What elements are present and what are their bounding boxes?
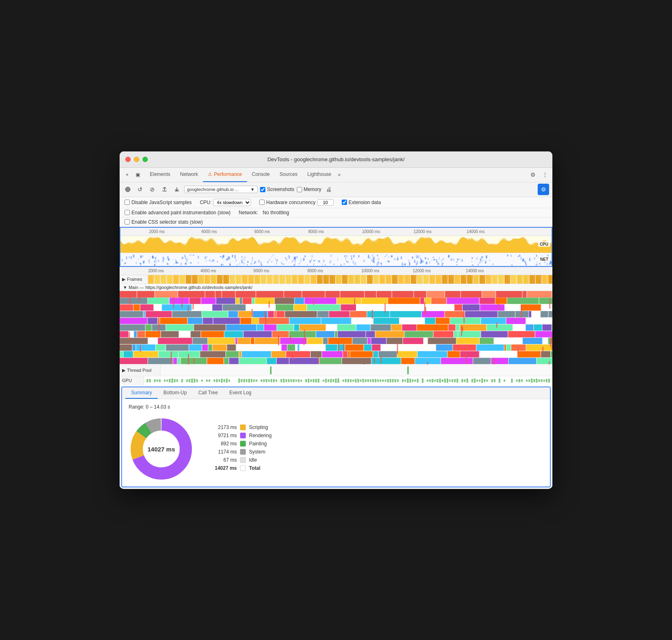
cpu-throttle-group: CPU: 4x slowdown xyxy=(200,199,251,206)
hw-concurrency-group: Hardware concurrency xyxy=(259,199,334,206)
system-label: System xyxy=(249,449,265,455)
tab-performance[interactable]: ⚠ Performance xyxy=(203,167,247,182)
hw-concurrency-label: Hardware concurrency xyxy=(266,200,316,205)
ruler-10000: 10000 ms xyxy=(362,229,380,234)
window-title: DevTools - googlechrome.github.io/devtoo… xyxy=(267,156,405,162)
overview-section: 2000 ms 4000 ms 6000 ms 8000 ms 10000 ms… xyxy=(120,227,552,267)
total-label: Total xyxy=(249,465,260,471)
minimize-button[interactable] xyxy=(134,157,139,162)
tab-lighthouse[interactable]: Lighthouse xyxy=(303,167,336,182)
memory-icon[interactable]: 🖨 xyxy=(324,184,334,194)
flame-ruler-10000: 10000 ms xyxy=(361,269,379,273)
thread-bar-area xyxy=(160,365,552,376)
idle-swatch xyxy=(240,457,246,463)
close-button[interactable] xyxy=(125,157,131,162)
toolbar-row: ↺ ⊘ googlechrome.github.io ... ▼ Screens… xyxy=(120,182,552,197)
devtools-window: DevTools - googlechrome.github.io/devtoo… xyxy=(120,151,552,489)
cpu-select[interactable]: 4x slowdown xyxy=(213,199,251,206)
legend-scripting: 2173 ms Scripting xyxy=(210,424,271,430)
upload-button[interactable] xyxy=(160,184,169,194)
traffic-lights xyxy=(125,157,148,162)
flame-ruler-2000: 2000 ms xyxy=(148,269,164,273)
network-value: No throttling xyxy=(263,210,289,216)
disable-js-samples-option[interactable]: Disable JavaScript samples xyxy=(125,200,191,205)
painting-value: 892 ms xyxy=(210,441,237,447)
settings-icon[interactable]: ⚙ xyxy=(529,171,537,179)
more-options-icon[interactable]: ⋮ xyxy=(541,171,549,179)
reload-button[interactable]: ↺ xyxy=(135,184,145,194)
tab-console[interactable]: Console xyxy=(247,167,275,182)
flame-chart-area[interactable] xyxy=(120,291,552,364)
tabs-row: ⌖ ▣ Elements Network ⚠ Performance Conso… xyxy=(120,168,552,182)
thread-pool-label: ▶ Thread Pool xyxy=(120,365,160,376)
url-selector[interactable]: googlechrome.github.io ... ▼ xyxy=(184,186,258,193)
flame-ruler-6000: 6000 ms xyxy=(254,269,269,273)
scripting-swatch xyxy=(240,424,246,430)
disable-js-label: Disable JavaScript samples xyxy=(131,200,191,205)
summary-body: 14027 ms 2173 ms Scripting 9721 ms xyxy=(129,416,543,482)
tab-actions: ⚙ ⋮ xyxy=(529,171,549,179)
cursor-icon[interactable]: ⌖ xyxy=(123,171,131,179)
options-row-1: Disable JavaScript samples CPU: 4x slowd… xyxy=(120,197,552,208)
hw-concurrency-input[interactable] xyxy=(317,199,334,206)
legend-total: 14027 ms Total xyxy=(210,465,271,471)
css-selector-option[interactable]: Enable CSS selector stats (slow) xyxy=(125,219,203,225)
tab-bottom-up[interactable]: Bottom-Up xyxy=(158,387,192,399)
bottom-content: Range: 0 – 14.03 s xyxy=(122,399,550,487)
tab-summary[interactable]: Summary xyxy=(125,387,158,399)
total-swatch xyxy=(240,465,246,471)
rendering-swatch xyxy=(240,433,246,438)
rendering-label: Rendering xyxy=(249,433,271,438)
settings-button[interactable]: ⚙ xyxy=(538,184,549,195)
device-icon[interactable]: ▣ xyxy=(134,171,142,179)
tab-event-log[interactable]: Event Log xyxy=(224,387,257,399)
download-button[interactable] xyxy=(172,184,182,194)
tab-call-tree[interactable]: Call Tree xyxy=(193,387,224,399)
disable-js-checkbox[interactable] xyxy=(125,200,130,205)
ruler-8000: 8000 ms xyxy=(308,229,324,234)
devtools-body: ⌖ ▣ Elements Network ⚠ Performance Conso… xyxy=(120,168,552,487)
legend-rendering: 9721 ms Rendering xyxy=(210,433,271,438)
advanced-paint-label: Enable advanced paint instrumentation (s… xyxy=(131,210,231,216)
frames-bar-area xyxy=(148,275,552,284)
memory-checkbox[interactable] xyxy=(297,187,302,192)
flame-ruler-14000: 14000 ms xyxy=(466,269,484,273)
frames-row: ▶ Frames xyxy=(120,275,552,284)
title-bar: DevTools - googlechrome.github.io/devtoo… xyxy=(120,151,552,168)
flame-ruler-12000: 12000 ms xyxy=(413,269,431,273)
tab-elements[interactable]: Elements xyxy=(145,167,175,182)
timeline-ruler-top: 2000 ms 4000 ms 6000 ms 8000 ms 10000 ms… xyxy=(120,228,552,236)
memory-checkbox-group: Memory xyxy=(297,187,321,192)
options-row-3: Enable CSS selector stats (slow) xyxy=(120,218,552,227)
cpu-chart-label: CPU xyxy=(538,242,550,247)
advanced-paint-option[interactable]: Enable advanced paint instrumentation (s… xyxy=(125,210,231,216)
network-label: Network: xyxy=(239,210,258,216)
ruler-12000: 12000 ms xyxy=(414,229,432,234)
clear-button[interactable]: ⊘ xyxy=(147,184,157,194)
options-row-2: Enable advanced paint instrumentation (s… xyxy=(120,208,552,218)
flame-ruler-8000: 8000 ms xyxy=(307,269,323,273)
settings-gear-icon: ⚙ xyxy=(541,186,546,193)
css-selector-checkbox[interactable] xyxy=(125,219,130,224)
thread-pool-triangle: ▶ xyxy=(122,368,125,373)
maximize-button[interactable] xyxy=(142,157,148,162)
cpu-chart: CPU xyxy=(120,236,552,253)
tab-sources[interactable]: Sources xyxy=(275,167,303,182)
extension-data-checkbox[interactable] xyxy=(342,200,347,205)
gpu-label: GPU xyxy=(120,376,144,385)
hw-concurrency-checkbox[interactable] xyxy=(259,200,265,205)
cpu-label: CPU: xyxy=(200,200,211,205)
record-button[interactable] xyxy=(123,184,133,194)
extension-data-label: Extension data xyxy=(349,200,381,205)
screenshots-checkbox-group: Screenshots xyxy=(260,187,294,192)
gpu-row: GPU xyxy=(120,376,552,385)
more-tabs-button[interactable]: » xyxy=(338,172,341,178)
summary-legend: 2173 ms Scripting 9721 ms Rendering 892 … xyxy=(210,424,271,473)
rendering-value: 9721 ms xyxy=(210,433,237,438)
screenshots-checkbox[interactable] xyxy=(260,187,265,192)
advanced-paint-checkbox[interactable] xyxy=(125,210,130,215)
system-value: 1174 ms xyxy=(210,449,237,455)
scripting-label: Scripting xyxy=(249,424,268,430)
ruler-2000: 2000 ms xyxy=(149,229,165,234)
tab-network[interactable]: Network xyxy=(175,167,203,182)
